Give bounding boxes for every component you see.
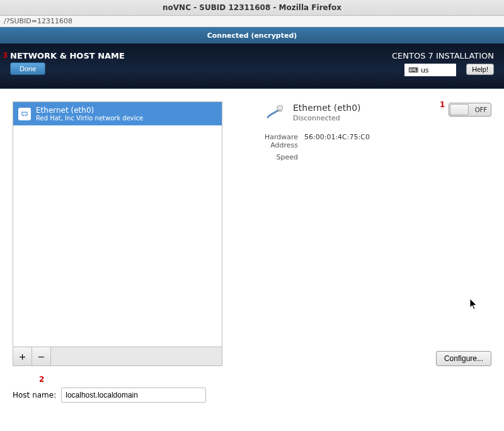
hw-addr-label: Hardware Address <box>235 133 298 149</box>
url-bar[interactable]: /?SUBID=12311608 <box>0 16 504 27</box>
annotation-2: 2 <box>39 375 44 384</box>
remove-device-button[interactable]: − <box>32 347 51 365</box>
device-detail-panel: Ethernet (eth0) Disconnected 1 OFF Hardw… <box>229 101 491 366</box>
device-item[interactable]: Ethernet (eth0) Red Hat, Inc Virtio netw… <box>13 102 222 125</box>
keyboard-icon: ⌨ <box>408 66 418 74</box>
connection-status-text: Connected (encrypted) <box>207 32 297 40</box>
annotation-1: 1 <box>440 100 445 109</box>
hw-addr-value: 56:00:01:4C:75:C0 <box>304 133 370 149</box>
url-text: /?SUBID=12311608 <box>4 17 72 25</box>
device-item-title: Ethernet (eth0) <box>36 106 143 115</box>
keyboard-layout-indicator[interactable]: ⌨ us <box>404 64 456 76</box>
ethernet-detail-icon <box>263 101 285 124</box>
device-list-toolbar: + − <box>13 347 222 366</box>
annotation-3: 3 <box>3 51 8 60</box>
toggle-state-label: OFF <box>475 106 487 113</box>
device-item-subtitle: Red Hat, Inc Virtio network device <box>36 115 143 122</box>
svg-rect-0 <box>277 106 283 110</box>
device-list[interactable]: Ethernet (eth0) Red Hat, Inc Virtio netw… <box>13 101 222 347</box>
hostname-row: Host name: <box>13 388 491 403</box>
connection-status-bar: Connected (encrypted) <box>0 27 504 43</box>
page-title: NETWORK & HOST NAME <box>10 51 125 60</box>
device-properties: Hardware Address 56:00:01:4C:75:C0 Speed <box>235 133 491 161</box>
installer-title: CENTOS 7 INSTALLATION <box>392 51 494 60</box>
hostname-input[interactable] <box>61 388 206 403</box>
speed-label: Speed <box>235 153 298 161</box>
add-device-button[interactable]: + <box>13 347 32 365</box>
window-title: noVNC - SUBID 12311608 - Mozilla Firefox <box>163 3 341 12</box>
ethernet-icon <box>18 108 31 120</box>
device-detail-status: Disconnected <box>293 114 361 122</box>
keyboard-layout-text: us <box>421 66 429 74</box>
hostname-label: Host name: <box>13 391 56 399</box>
help-button[interactable]: Help! <box>466 64 494 75</box>
device-detail-title: Ethernet (eth0) <box>293 103 361 113</box>
toggle-knob <box>450 104 469 115</box>
header-bar: 3 NETWORK & HOST NAME Done CENTOS 7 INST… <box>0 43 504 89</box>
window-titlebar: noVNC - SUBID 12311608 - Mozilla Firefox <box>0 0 504 16</box>
done-button[interactable]: Done <box>10 62 45 75</box>
device-list-panel: Ethernet (eth0) Red Hat, Inc Virtio netw… <box>13 101 222 366</box>
device-enable-toggle[interactable]: OFF <box>449 103 491 117</box>
mouse-cursor-icon <box>470 299 479 313</box>
svg-rect-1 <box>278 110 281 112</box>
main-area: Ethernet (eth0) Red Hat, Inc Virtio netw… <box>0 89 504 379</box>
configure-button[interactable]: Configure... <box>436 351 491 366</box>
